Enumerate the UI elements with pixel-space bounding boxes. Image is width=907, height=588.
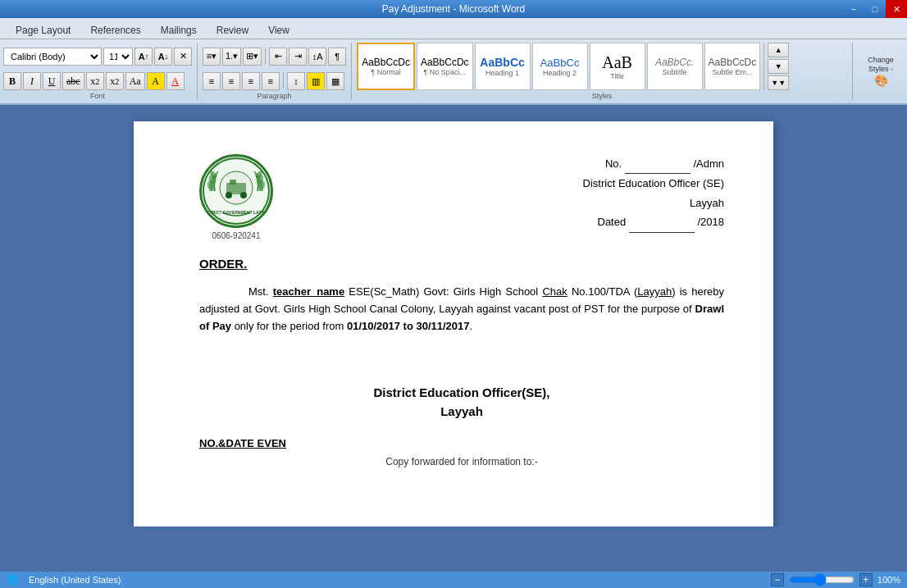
document-page: DISTRICT GOVERNMENT LAYYAH 0606-920241 N… xyxy=(134,121,773,526)
maximize-button[interactable]: □ xyxy=(864,0,886,18)
svg-point-11 xyxy=(240,192,247,198)
title-bar: Pay Adjustment - Microsoft Word − □ ✕ xyxy=(0,0,907,18)
highlight-button[interactable]: A xyxy=(147,72,165,90)
zoom-out-button[interactable]: − xyxy=(771,573,784,586)
font-size-select[interactable]: 11 xyxy=(103,48,133,66)
change-styles-label: Change Styles - xyxy=(858,56,904,74)
tab-view[interactable]: View xyxy=(259,21,299,39)
body-text6: . xyxy=(470,320,473,332)
ref-line: No. /Admn xyxy=(583,154,724,174)
styles-group: AaBbCcDc ¶ Normal AaBbCcDc ¶ No Spaci...… xyxy=(357,43,853,100)
style-heading1-preview: AaBbCc xyxy=(480,56,524,69)
body-text5: only for the period from xyxy=(231,320,347,332)
document-area: DISTRICT GOVERNMENT LAYYAH 0606-920241 N… xyxy=(0,105,907,526)
date-suffix: /2018 xyxy=(697,216,724,228)
strikethrough-button[interactable]: abc xyxy=(62,72,84,90)
ref-label: No. xyxy=(605,157,622,170)
style-subtitle-label: Subtitle xyxy=(663,68,687,76)
zoom-in-button[interactable]: + xyxy=(859,573,873,586)
style-title-label: Title xyxy=(610,72,624,80)
styles-group-label: Styles xyxy=(357,92,847,100)
show-hide-button[interactable]: ¶ xyxy=(328,48,346,66)
line-spacing-button[interactable]: ↕ xyxy=(287,72,305,90)
superscript-button[interactable]: x2 xyxy=(106,72,124,90)
change-styles-icon: 🎨 xyxy=(874,74,888,87)
subscript-button[interactable]: x2 xyxy=(86,72,104,90)
font-group: Calibri (Body) 11 A↑ A↓ ✕ B I U abc x2 x… xyxy=(3,43,198,100)
style-no-spacing[interactable]: AaBbCcDc ¶ No Spaci... xyxy=(417,43,473,90)
signature-area: District Education Officer(SE), Layyah xyxy=(199,384,724,421)
decrease-indent-button[interactable]: ⇤ xyxy=(269,48,287,66)
italic-button[interactable]: I xyxy=(23,72,41,90)
multilevel-button[interactable]: ⊞▾ xyxy=(243,48,262,66)
paragraph-controls-row2: ≡ ≡ ≡ ≡ ↕ ▥ ▦ xyxy=(203,72,346,90)
increase-indent-button[interactable]: ⇥ xyxy=(289,48,307,66)
sep1 xyxy=(265,48,266,65)
layyah-text: Layyah xyxy=(637,285,672,298)
underline-button[interactable]: U xyxy=(43,72,61,90)
ribbon: Calibri (Body) 11 A↑ A↓ ✕ B I U abc x2 x… xyxy=(0,39,907,105)
clear-format-button[interactable]: ✕ xyxy=(174,48,192,66)
style-heading1[interactable]: AaBbCc Heading 1 xyxy=(475,43,531,90)
date-line: Dated /2018 xyxy=(583,212,724,232)
style-heading2[interactable]: AaBbCc Heading 2 xyxy=(532,43,588,90)
date-label: Dated xyxy=(598,216,627,228)
minimize-button[interactable]: − xyxy=(843,0,864,18)
font-color-button[interactable]: A xyxy=(166,72,185,90)
style-no-spacing-label: ¶ No Spaci... xyxy=(424,68,466,76)
style-subtitle-preview: AaBbCc. xyxy=(655,57,694,68)
border-button[interactable]: ▦ xyxy=(326,72,344,90)
signature-line2: Layyah xyxy=(199,403,724,422)
style-heading2-label: Heading 2 xyxy=(543,69,577,77)
styles-row: AaBbCcDc ¶ Normal AaBbCcDc ¶ No Spaci...… xyxy=(357,43,847,90)
shading-button[interactable]: ▥ xyxy=(307,72,325,90)
window-title: Pay Adjustment - Microsoft Word xyxy=(382,3,526,15)
tab-page-layout[interactable]: Page Layout xyxy=(7,21,80,39)
sort-button[interactable]: ↕A xyxy=(308,48,326,66)
bullets-button[interactable]: ≡▾ xyxy=(203,48,221,66)
tab-references[interactable]: References xyxy=(81,21,149,39)
styles-expand[interactable]: ▼▼ xyxy=(768,75,789,90)
style-no-spacing-preview: AaBbCcDc xyxy=(421,57,469,68)
ref-field xyxy=(625,154,691,174)
org-line1: District Education Officer (SE) xyxy=(583,174,724,193)
styles-scroll-down[interactable]: ▼ xyxy=(768,59,789,74)
font-shrink-button[interactable]: A↓ xyxy=(154,48,172,66)
logo-circle: DISTRICT GOVERNMENT LAYYAH xyxy=(199,154,273,228)
style-heading2-preview: AaBbCc xyxy=(540,57,580,69)
style-subtle-em-label: Subtle Em... xyxy=(712,68,752,76)
align-right-button[interactable]: ≡ xyxy=(242,72,260,90)
align-center-button[interactable]: ≡ xyxy=(222,72,240,90)
style-subtle-em-preview: AaBbCcDc xyxy=(709,57,757,68)
tab-review[interactable]: Review xyxy=(207,21,258,39)
bold-button[interactable]: B xyxy=(3,72,21,90)
date-range-text: 01/10/2017 to 30/11/2017 xyxy=(347,320,470,332)
paragraph-controls-row1: ≡▾ 1.▾ ⊞▾ ⇤ ⇥ ↕A ¶ xyxy=(203,43,346,70)
style-title[interactable]: AaB Title xyxy=(590,43,645,90)
font-format-row: B I U abc x2 x2 Aa A A xyxy=(3,72,192,90)
body-text1: Mst. xyxy=(248,285,273,298)
numbering-button[interactable]: 1.▾ xyxy=(222,48,241,66)
style-normal[interactable]: AaBbCcDc ¶ Normal xyxy=(357,43,415,90)
ref-suffix: /Admn xyxy=(693,157,724,170)
change-case-button[interactable]: Aa xyxy=(125,72,145,90)
justify-button[interactable]: ≡ xyxy=(262,72,280,90)
paragraph-group-label: Paragraph xyxy=(203,92,346,100)
styles-scroll-up[interactable]: ▲ xyxy=(768,43,789,57)
font-group-label: Font xyxy=(3,92,192,100)
status-right: − + 100% xyxy=(771,573,900,586)
zoom-slider[interactable] xyxy=(789,575,855,585)
logo-svg: DISTRICT GOVERNMENT LAYYAH xyxy=(202,157,271,226)
body-text2: ESE(Sc_Math) Govt: Girls High School xyxy=(344,285,542,298)
style-subtle-em[interactable]: AaBbCcDc Subtle Em... xyxy=(704,43,761,90)
close-button[interactable]: ✕ xyxy=(886,0,907,18)
font-grow-button[interactable]: A↑ xyxy=(134,48,153,66)
window-controls: − □ ✕ xyxy=(843,0,907,18)
font-name-select[interactable]: Calibri (Body) xyxy=(3,48,102,66)
style-title-preview: AaB xyxy=(602,53,632,72)
tab-mailings[interactable]: Mailings xyxy=(152,21,206,39)
style-subtitle[interactable]: AaBbCc. Subtitle xyxy=(647,43,703,90)
align-left-button[interactable]: ≡ xyxy=(203,72,221,90)
signature-line1: District Education Officer(SE), xyxy=(199,384,724,403)
change-styles-button[interactable]: Change Styles - 🎨 xyxy=(858,43,904,100)
